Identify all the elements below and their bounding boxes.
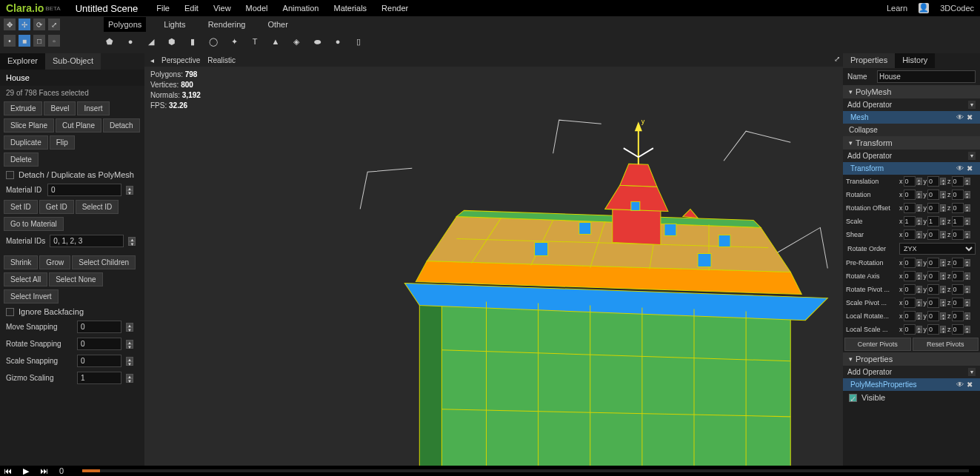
x-input[interactable] [904, 229, 916, 240]
prev-frame-icon[interactable]: ⏮ [4, 466, 12, 475]
delete-button[interactable]: Delete [4, 152, 39, 167]
x-input[interactable] [904, 203, 916, 213]
material-ids-input[interactable] [50, 235, 124, 247]
spinner-down-icon[interactable]: ▼ [126, 361, 133, 366]
properties-section[interactable]: Properties [843, 352, 980, 366]
username[interactable]: 3DCodec [940, 4, 974, 13]
eye-icon[interactable]: 👁 [956, 164, 964, 172]
snap-input-1[interactable] [77, 338, 121, 350]
spinner-down-icon[interactable]: ▼ [128, 241, 136, 246]
menu-model[interactable]: Model [246, 4, 268, 13]
expand-icon[interactable]: ⤢ [834, 55, 840, 63]
tab-rendering[interactable]: Rendering [204, 17, 250, 32]
avatar-icon[interactable]: 👤 [919, 3, 929, 13]
viewport-menu-icon[interactable]: ◂ [150, 56, 154, 64]
tab-other[interactable]: Other [263, 17, 293, 32]
cylinder-icon[interactable]: ⬢ [166, 36, 178, 47]
selectid-button[interactable]: Select ID [76, 200, 119, 214]
y-input[interactable] [927, 203, 939, 213]
z-input[interactable] [952, 284, 964, 295]
x-input[interactable] [904, 216, 916, 227]
setid-button[interactable]: Set ID [4, 200, 38, 214]
name-input[interactable] [877, 70, 976, 83]
scale-tool-icon[interactable]: ⤢ [48, 19, 60, 30]
next-frame-icon[interactable]: ⏭ [40, 466, 48, 475]
y-input[interactable] [927, 229, 939, 240]
flip-button[interactable]: Flip [50, 135, 75, 150]
duplicate-button[interactable]: Duplicate [4, 135, 48, 150]
y-input[interactable] [927, 258, 939, 268]
y-input[interactable] [927, 311, 939, 321]
detach-polymesh-checkbox[interactable] [6, 171, 14, 179]
realistic-label[interactable]: Realistic [207, 56, 236, 64]
cursor-tool-icon[interactable]: ✥ [4, 19, 16, 30]
x-input[interactable] [904, 271, 916, 281]
transform-operator[interactable]: Transform 👁✖ [843, 162, 980, 175]
ignore-backfacing-checkbox[interactable] [6, 308, 14, 316]
x-input[interactable] [904, 258, 916, 268]
visible-checkbox[interactable]: ✓ [849, 394, 857, 402]
collapse-button[interactable]: Collapse [843, 124, 980, 136]
menu-edit[interactable]: Edit [184, 4, 199, 13]
reset-pivots-button[interactable]: Reset Pivots [913, 338, 979, 351]
text-icon[interactable]: T [249, 36, 261, 47]
y-input[interactable] [927, 216, 939, 227]
menu-materials[interactable]: Materials [333, 4, 367, 13]
x-input[interactable] [904, 311, 916, 321]
close-icon[interactable]: ✖ [967, 381, 973, 389]
torus-icon[interactable]: ◯ [207, 36, 219, 47]
detach-button[interactable]: Detach [103, 118, 140, 133]
getid-button[interactable]: Get ID [39, 200, 74, 214]
cone-icon[interactable]: ▲ [270, 36, 281, 47]
z-input[interactable] [952, 190, 964, 200]
knot-icon[interactable]: ✦ [228, 36, 240, 47]
circle-icon[interactable]: ● [332, 36, 344, 47]
grow-button[interactable]: Grow [39, 255, 70, 269]
box-icon[interactable]: ◈ [290, 36, 302, 47]
move-tool-icon[interactable]: ✢ [19, 19, 30, 30]
selectnone-button[interactable]: Select None [49, 272, 102, 286]
x-input[interactable] [904, 324, 916, 335]
z-input[interactable] [952, 324, 964, 335]
tab-polygons[interactable]: Polygons [104, 17, 146, 32]
z-input[interactable] [952, 176, 964, 187]
bevel-button[interactable]: Bevel [44, 101, 76, 115]
tab-subobject[interactable]: Sub-Object [45, 53, 101, 70]
menu-render[interactable]: Render [381, 4, 408, 13]
snap-input-2[interactable] [77, 355, 121, 367]
face-mode-icon[interactable]: ■ [19, 35, 30, 47]
spinner-down-icon[interactable]: ▼ [126, 378, 133, 383]
gotomaterial-button[interactable]: Go to Material [4, 217, 64, 231]
tab-explorer[interactable]: Explorer [0, 53, 45, 70]
scene-title[interactable]: Untitled Scene [76, 3, 139, 14]
learn-link[interactable]: Learn [887, 4, 907, 13]
z-input[interactable] [952, 216, 964, 227]
cutplane-button[interactable]: Cut Plane [56, 118, 101, 133]
shield-icon[interactable]: ⬟ [104, 36, 116, 47]
perspective-label[interactable]: Perspective [161, 56, 200, 64]
selectchildren-button[interactable]: Select Children [72, 255, 136, 269]
add-operator-polymesh[interactable]: Add Operator [843, 98, 980, 111]
menu-file[interactable]: File [156, 4, 170, 13]
drop-icon[interactable]: ◢ [145, 36, 157, 47]
x-input[interactable] [904, 190, 916, 200]
add-operator-transform[interactable]: Add Operator [843, 150, 980, 162]
close-icon[interactable]: ✖ [967, 113, 973, 121]
eye-icon[interactable]: 👁 [956, 381, 964, 389]
z-input[interactable] [952, 311, 964, 321]
selectall-button[interactable]: Select All [4, 272, 47, 286]
y-input[interactable] [927, 176, 939, 187]
tab-history[interactable]: History [895, 53, 935, 68]
material-id-input[interactable] [47, 184, 121, 196]
menu-animation[interactable]: Animation [283, 4, 319, 13]
tab-lights[interactable]: Lights [159, 17, 190, 32]
z-input[interactable] [952, 271, 964, 281]
z-input[interactable] [952, 203, 964, 213]
play-icon[interactable]: ▶ [23, 466, 29, 476]
polymesh-section[interactable]: PolyMesh [843, 85, 980, 98]
pill-icon[interactable]: ▯ [353, 36, 364, 47]
spinner-down-icon[interactable]: ▼ [126, 344, 133, 349]
menu-view[interactable]: View [213, 4, 231, 13]
object-mode-icon[interactable]: ▫ [48, 35, 60, 47]
insert-button[interactable]: Insert [77, 101, 109, 115]
